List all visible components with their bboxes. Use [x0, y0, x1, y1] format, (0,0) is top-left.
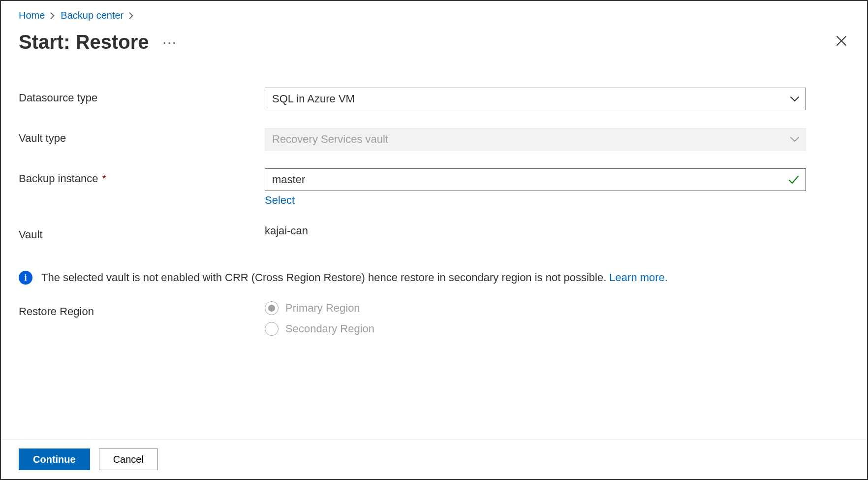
- vault-type-select: Recovery Services vault: [265, 128, 806, 151]
- checkmark-icon: [788, 174, 800, 186]
- restore-region-label: Restore Region: [19, 301, 265, 318]
- chevron-right-icon: [128, 12, 134, 19]
- datasource-type-value: SQL in Azure VM: [272, 93, 355, 105]
- backup-instance-value: master: [272, 173, 305, 186]
- breadcrumb-link-backup-center[interactable]: Backup center: [61, 10, 124, 21]
- breadcrumb: Home Backup center: [19, 10, 849, 21]
- restore-region-radio-group: Primary Region Secondary Region: [265, 301, 806, 336]
- vault-type-label: Vault type: [19, 128, 265, 145]
- backup-instance-label: Backup instance: [19, 172, 98, 185]
- restore-region-radio-secondary: Secondary Region: [265, 322, 806, 336]
- vault-type-value: Recovery Services vault: [272, 133, 388, 146]
- chevron-right-icon: [50, 12, 56, 19]
- continue-button[interactable]: Continue: [19, 448, 90, 470]
- backup-instance-input[interactable]: master: [265, 168, 806, 191]
- page-title: Start: Restore: [19, 31, 149, 53]
- vault-value: kajai-can: [265, 224, 806, 237]
- breadcrumb-link-home[interactable]: Home: [19, 10, 45, 21]
- radio-label-secondary: Secondary Region: [285, 322, 374, 335]
- restore-region-radio-primary: Primary Region: [265, 301, 806, 315]
- radio-icon: [265, 322, 279, 336]
- radio-label-primary: Primary Region: [285, 302, 360, 315]
- learn-more-link[interactable]: Learn more.: [609, 271, 668, 284]
- backup-instance-select-link[interactable]: Select: [265, 194, 806, 207]
- info-banner: i The selected vault is not enabled with…: [19, 271, 849, 285]
- chevron-down-icon: [790, 136, 800, 143]
- chevron-down-icon: [790, 96, 800, 102]
- close-icon: [836, 35, 847, 49]
- overflow-menu-button[interactable]: ···: [163, 34, 177, 50]
- radio-icon: [265, 301, 279, 315]
- info-message: The selected vault is not enabled with C…: [41, 271, 609, 284]
- datasource-type-label: Datasource type: [19, 88, 265, 104]
- cancel-button[interactable]: Cancel: [99, 448, 158, 470]
- vault-label: Vault: [19, 224, 265, 241]
- info-icon: i: [19, 271, 32, 285]
- required-mark: *: [102, 172, 107, 185]
- close-button[interactable]: [834, 34, 849, 50]
- datasource-type-select[interactable]: SQL in Azure VM: [265, 88, 806, 110]
